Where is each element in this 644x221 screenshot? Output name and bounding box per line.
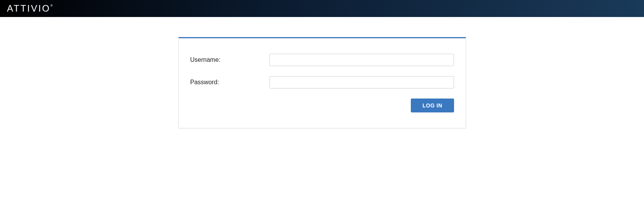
- login-button[interactable]: LOG IN: [411, 99, 454, 112]
- username-label: Username:: [190, 56, 269, 63]
- password-row: Password:: [190, 76, 454, 88]
- main-content: Username: Password: LOG IN: [0, 17, 644, 128]
- brand-text: ATTIVIO: [7, 3, 51, 14]
- registered-mark: ®: [51, 4, 53, 7]
- login-card: Username: Password: LOG IN: [178, 37, 466, 128]
- password-label: Password:: [190, 79, 269, 86]
- username-input[interactable]: [269, 54, 454, 66]
- password-input[interactable]: [269, 76, 454, 88]
- button-row: LOG IN: [190, 99, 454, 112]
- username-row: Username:: [190, 54, 454, 66]
- brand-logo: ATTIVIO®: [7, 3, 53, 14]
- app-header: ATTIVIO®: [0, 0, 644, 17]
